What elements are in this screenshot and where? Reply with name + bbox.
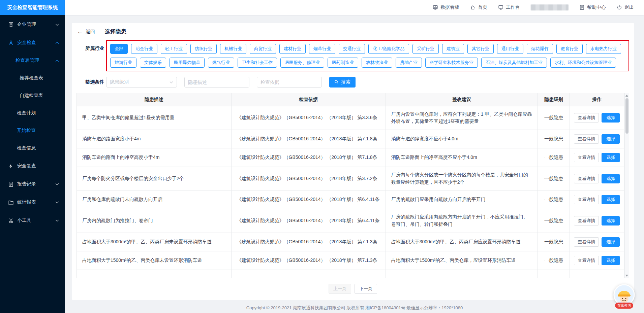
sidebar-item-enterprise-mgmt[interactable]: 企业管理 [0, 15, 65, 34]
select-button[interactable]: 选择 [602, 216, 620, 225]
sidebar-item-self-built-checklist[interactable]: 自建检查表 [0, 87, 65, 104]
topbar-dashboard[interactable]: 数据看板 [433, 4, 459, 10]
industry-filter-button[interactable]: 教育行业 [556, 44, 583, 54]
topbar-label: 工作台 [506, 4, 520, 10]
sidebar-item-check-info[interactable]: 检查信息 [0, 139, 65, 157]
chevron-down-icon [170, 81, 173, 83]
check-basis-cell: 《建筑设计防火规范》（GB50016-2014） （2018年版） 第3.3.6… [231, 106, 386, 130]
view-detail-button[interactable]: 查看详情 [574, 153, 599, 162]
select-button[interactable]: 选择 [602, 113, 620, 123]
industry-filter-button[interactable]: 居民服务、修理业 [280, 58, 324, 68]
topbar-home[interactable]: 首页 [470, 4, 487, 10]
prev-page-button[interactable]: 上一页 [329, 284, 351, 294]
industry-filter-button[interactable]: 化工/危险化学品 [368, 44, 409, 54]
topbar-label: 数据看板 [440, 4, 459, 10]
online-chat-widget[interactable]: 在线咨询 [612, 284, 636, 309]
select-button[interactable]: 选择 [602, 195, 620, 204]
sidebar-item-safety-check[interactable]: 安全检查 [0, 34, 65, 52]
industry-filter-button[interactable]: 文体娱乐 [140, 58, 166, 68]
topbar-help-center[interactable]: 帮助中心 [579, 4, 606, 10]
industry-filter-button[interactable]: 纺织行业 [190, 44, 217, 54]
topbar: 数据看板 首页 工作台 帮助中心 退出 [65, 0, 644, 15]
username-redacted[interactable] [531, 4, 569, 10]
filter-condition-label: 筛选条件 [85, 79, 106, 85]
view-detail-button[interactable]: 查看详情 [574, 216, 599, 225]
sidebar-menu: 企业管理 安全检查 检查表管理 推荐检查表 自建检查表 检查计划 [0, 15, 65, 230]
select-button[interactable]: 选择 [602, 174, 620, 183]
sidebar: 安全检查智能管理系统 企业管理 安全检查 检查表管理 推荐检查表 自建检查表 [0, 0, 65, 313]
sidebar-item-label: 小工具 [17, 217, 52, 223]
actions-cell: 查看详情选择 [570, 106, 624, 130]
industry-filter-button[interactable]: 卫生和社会工作 [238, 58, 277, 68]
sidebar-item-checklist-mgmt[interactable]: 检查表管理 [0, 52, 65, 69]
sidebar-item-label: 企业管理 [17, 22, 52, 28]
industry-filter-button[interactable]: 轻工行业 [161, 44, 187, 54]
industry-filter-button[interactable]: 商贸行业 [250, 44, 276, 54]
sidebar-item-label: 安全复查 [17, 163, 59, 169]
table-scrollbar[interactable] [624, 93, 629, 278]
industry-filter-button[interactable]: 水电热力行业 [586, 44, 621, 54]
main-content: ← 返回 选择隐患 所属行业 全部冶金行业轻工行业纺织行业机械行业商贸行业建材行… [65, 15, 644, 313]
industry-filter-button[interactable]: 采矿行业 [412, 44, 439, 54]
hazard-desc-input[interactable] [184, 77, 249, 88]
view-detail-button[interactable]: 查看详情 [574, 174, 599, 183]
sidebar-item-safety-recheck[interactable]: 安全复查 [0, 157, 65, 175]
suggestion-cell: 厂房的疏散门应采用向疏散方向开启的平开门，不应采用推拉门、卷帘门、吊门、转门和折… [386, 209, 538, 233]
folder-icon [8, 200, 14, 205]
industry-filter-button[interactable]: 烟花爆竹 [527, 44, 553, 54]
industry-button-line: 旅游行业文体娱乐民用爆炸物品燃气行业卫生和社会工作居民服务、修理业医药制造业农林… [110, 58, 625, 68]
select-button[interactable]: 选择 [602, 134, 620, 144]
page-header: ← 返回 选择隐患 [76, 28, 629, 35]
industry-filter-button[interactable]: 医药制造业 [328, 58, 358, 68]
sidebar-item-tools[interactable]: 小工具 [0, 211, 65, 230]
sidebar-item-recommended-checklist[interactable]: 推荐检查表 [0, 69, 65, 87]
select-button[interactable]: 选择 [602, 237, 620, 247]
view-detail-button[interactable]: 查看详情 [574, 256, 599, 265]
search-button[interactable]: 搜索 [329, 77, 356, 88]
back-button[interactable]: ← 返回 [77, 29, 95, 35]
industry-filter-button[interactable]: 通用行业 [497, 44, 523, 54]
industry-filter-button[interactable]: 燃气行业 [208, 58, 234, 68]
sidebar-item-check-plan[interactable]: 检查计划 [0, 104, 65, 122]
check-basis-input[interactable] [257, 77, 322, 88]
industry-filter-button[interactable]: 交通行业 [339, 44, 365, 54]
scrollbar-up-arrow[interactable] [625, 95, 628, 97]
suggestion-cell: 占地面积大于1500m²的乙、丙类仓库，应设置环形消防车道 [386, 251, 538, 270]
hazard-level-cell: 一般隐患 [538, 130, 570, 148]
sidebar-item-report-record[interactable]: 报告记录 [0, 175, 65, 193]
actions-cell: 查看详情选择 [570, 167, 624, 190]
topbar-logout[interactable]: 退出 [617, 4, 634, 10]
industry-filter-button[interactable]: 旅游行业 [110, 58, 136, 68]
chevron-up-icon [55, 60, 59, 62]
industry-filter-button[interactable]: 机械行业 [220, 44, 246, 54]
next-page-button[interactable]: 下一页 [355, 284, 377, 294]
industry-filter-button[interactable]: 冶金行业 [131, 44, 157, 54]
inspector-person-icon [8, 40, 14, 46]
select-button[interactable]: 选择 [602, 256, 620, 265]
select-button[interactable]: 选择 [602, 153, 620, 162]
industry-filter-button[interactable]: 民用爆炸物品 [170, 58, 205, 68]
chevron-up-icon [55, 42, 59, 44]
view-detail-button[interactable]: 查看详情 [574, 237, 599, 247]
industry-filter-button[interactable]: 科学研究和技术服务业 [425, 58, 478, 68]
industry-filter-button[interactable]: 建材行业 [279, 44, 306, 54]
scrollbar-down-arrow[interactable] [625, 275, 628, 277]
sidebar-item-stats-report[interactable]: 统计报表 [0, 193, 65, 211]
industry-filter-button[interactable]: 烟草行业 [309, 44, 335, 54]
industry-filter-button[interactable]: 农林牧渔业 [362, 58, 392, 68]
scrollbar-thumb[interactable] [625, 98, 628, 134]
view-detail-button[interactable]: 查看详情 [574, 195, 599, 204]
industry-filter-button[interactable]: 石油、煤炭及其他燃料加工业 [481, 58, 547, 68]
industry-filter-button[interactable]: 全部 [110, 44, 128, 54]
topbar-workbench[interactable]: 工作台 [498, 4, 520, 10]
industry-filter-button[interactable]: 建筑业 [442, 44, 464, 54]
industry-filter-button[interactable]: 其它行业 [467, 44, 494, 54]
industry-filter-button[interactable]: 水利、环境和公共设施管理业 [550, 58, 616, 68]
back-arrow-icon: ← [77, 29, 83, 35]
view-detail-button[interactable]: 查看详情 [574, 113, 599, 123]
industry-filter-button[interactable]: 房地产业 [396, 58, 422, 68]
sidebar-item-start-check[interactable]: 开始检查 [0, 122, 65, 139]
hazard-level-select[interactable]: 隐患级别 [106, 77, 177, 88]
hazard-level-cell: 一般隐患 [538, 190, 570, 209]
view-detail-button[interactable]: 查看详情 [574, 134, 599, 144]
